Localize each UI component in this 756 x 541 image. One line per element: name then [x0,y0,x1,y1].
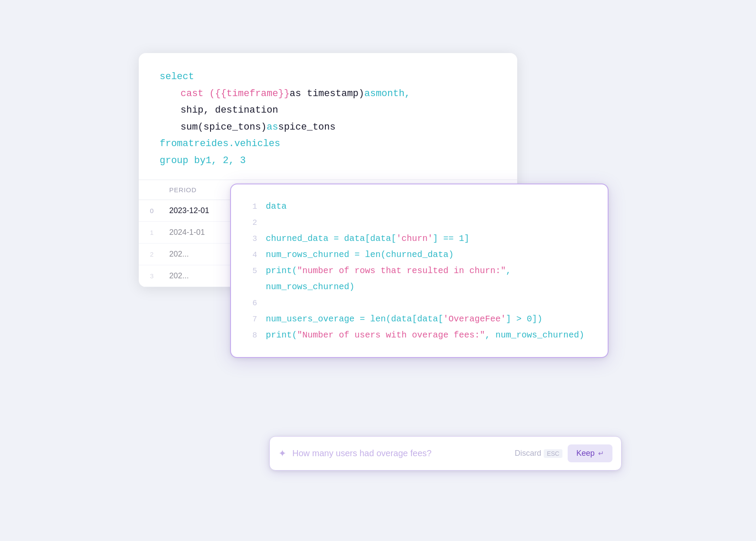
table-header-rownum [139,180,161,200]
python-code-block: 1 data 2 3 churned_data = data[data['chu… [241,198,592,343]
sql-ship-destination: ship, destination [181,102,278,119]
keep-button[interactable]: Keep ↵ [568,444,612,462]
ai-sparkle-icon: ✦ [278,448,286,459]
py-line-6: 6 [241,295,592,311]
sql-table-name: atreides.vehicles [183,136,280,153]
sql-group-keyword: group by [160,153,206,170]
discard-key: ESC [544,449,562,458]
ai-prompt-bar[interactable]: ✦ How many users had overage fees? Disca… [269,436,622,471]
py-line-8: 8 print("Number of users with overage fe… [241,327,592,343]
sql-cast-type: as timestamp) [290,86,365,103]
ai-bar-actions: Discard ESC Keep ↵ [515,444,612,462]
discard-label: Discard [515,449,541,458]
sql-month-alias: month, [376,86,410,103]
sql-select-keyword: select [160,69,194,86]
py-line-2: 2 [241,214,592,230]
sql-cast-keyword: cast ( [181,86,215,103]
sql-from-keyword: from [160,136,183,153]
keep-key: ↵ [598,449,604,458]
py-line-7: 7 num_users_overage = len(data[data['Ove… [241,311,592,327]
py-line-3: 3 churned_data = data[data['churn'] == 1… [241,230,592,247]
py-line-1: 1 data [241,198,592,214]
ai-prompt-text: How many users had overage fees? [292,448,508,458]
python-card: 1 data 2 3 churned_data = data[data['chu… [230,184,609,358]
row-num-0: 0 [139,200,161,222]
sql-spice-alias: spice_tons [278,119,335,136]
row-num-3: 3 [139,265,161,287]
row-num-2: 2 [139,244,161,265]
discard-button[interactable]: Discard ESC [515,449,562,458]
sql-group-nums: 1, 2, 3 [206,153,246,170]
sql-sum-func: sum(spice_tons) [181,119,267,136]
sql-timeframe-template: {{timeframe}} [215,86,290,103]
sql-code-block: select cast ({{timeframe}} as timestamp)… [139,53,517,169]
py-line-5: 5 print("number of rows that resulted in… [241,263,592,295]
py-line-4: 4 num_rows_churned = len(churned_data) [241,247,592,263]
sql-as-keyword2: as [267,119,278,136]
row-num-1: 1 [139,222,161,244]
sql-as-keyword: as [365,86,376,103]
keep-label: Keep [576,449,595,458]
